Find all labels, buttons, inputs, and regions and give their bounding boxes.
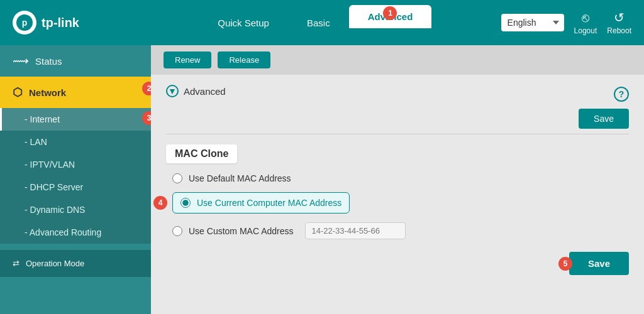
radio-current[interactable] [180,198,191,208]
status-icon: ⟿ [13,54,29,68]
toggle-icon: ▼ [166,85,179,97]
release-button[interactable]: Release [218,51,270,68]
logout-button[interactable]: ⎋ Logout [574,11,597,35]
sidebar-item-status[interactable]: ⟿ Status [0,45,151,77]
sidebar-item-operation-mode[interactable]: ⇄ Operation Mode [0,250,151,277]
custom-mac-input[interactable] [305,222,406,239]
language-selector[interactable]: English Chinese French [501,14,564,31]
sidebar-item-internet[interactable]: - Internet [0,108,151,131]
sidebar: ⟿ Status 2 ⬡ Network 3 - Internet - LAN … [0,45,151,314]
sidebar-item-lan[interactable]: - LAN [0,131,151,153]
reboot-icon: ↺ [614,10,625,25]
section-divider [166,134,629,134]
sidebar-item-dhcp[interactable]: - DHCP Server [0,176,151,198]
bottom-save-row: 5 Save [166,252,629,275]
nav-links: Quick Setup Basic 1 Advanced [130,11,501,35]
content-body: ▼ Advanced ? Save MAC Clone Use Default … [151,75,644,285]
nav-right: English Chinese French ⎋ Logout ↺ Reboot [501,10,631,35]
sidebar-item-network[interactable]: ⬡ Network [0,77,151,108]
network-icon: ⬡ [13,85,23,99]
logo-icon: p [13,11,36,35]
step-badge-1: 1 [383,6,397,20]
radio-option-custom[interactable]: Use Custom MAC Address [172,222,629,239]
nav-quick-setup[interactable]: Quick Setup [199,11,288,35]
sidebar-sub-menu: 3 - Internet - LAN - IPTV/VLAN - DHCP Se… [0,108,151,244]
advanced-toggle[interactable]: ▼ Advanced [166,85,226,97]
nav-basic[interactable]: Basic [288,11,349,35]
svg-text:p: p [22,18,28,28]
sidebar-item-iptv[interactable]: - IPTV/VLAN [0,153,151,176]
mac-clone-title: MAC Clone [166,144,237,163]
save-bottom-button[interactable]: Save [569,252,629,275]
step-badge-5: 5 [558,257,572,271]
radio-option-current[interactable]: Use Current Computer MAC Address [172,192,350,214]
operation-mode-icon: ⇄ [13,259,19,268]
radio-option-default[interactable]: Use Default MAC Address [172,173,629,183]
logo-text: tp-link [42,16,79,30]
help-icon[interactable]: ? [614,87,629,102]
mac-radio-group: Use Default MAC Address 4 Use Current Co… [166,173,629,239]
renew-button[interactable]: Renew [164,51,211,68]
step-badge-4: 4 [153,196,167,210]
top-navigation: p tp-link Quick Setup Basic 1 Advanced E… [0,0,644,45]
main-content: Renew Release ▼ Advanced ? Save MAC Clon… [151,45,644,314]
logout-icon: ⎋ [582,11,589,25]
content-header: Renew Release [151,45,644,75]
reboot-button[interactable]: ↺ Reboot [607,10,631,35]
radio-custom[interactable] [172,226,182,236]
radio-default[interactable] [172,173,182,183]
main-layout: ⟿ Status 2 ⬡ Network 3 - Internet - LAN … [0,45,644,314]
save-top-button[interactable]: Save [579,109,629,129]
logo-area: p tp-link [13,11,79,35]
sidebar-item-routing[interactable]: - Advanced Routing [0,221,151,244]
sidebar-item-dns[interactable]: - Dynamic DNS [0,198,151,221]
